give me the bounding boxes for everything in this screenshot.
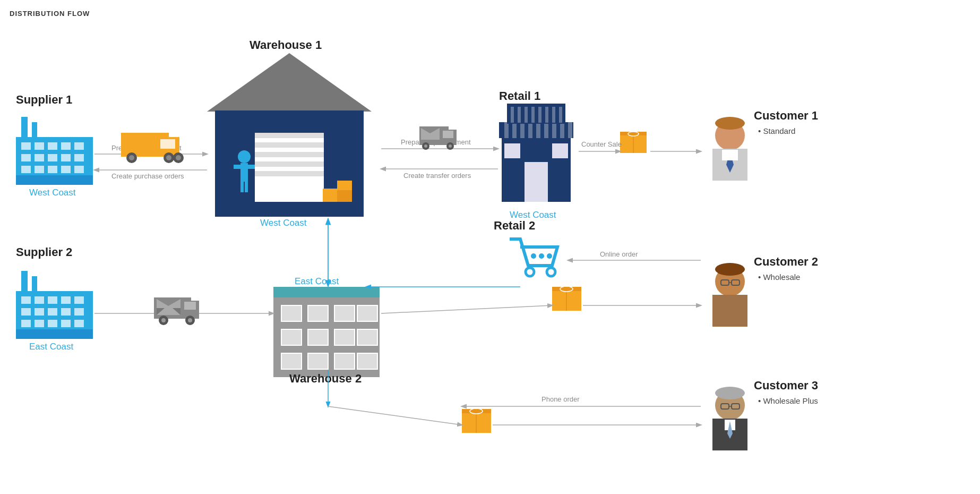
supplier2-sublabel: East Coast xyxy=(29,342,73,352)
svg-rect-149 xyxy=(712,295,747,327)
svg-rect-41 xyxy=(255,133,324,138)
svg-point-120 xyxy=(449,144,452,148)
svg-rect-50 xyxy=(240,182,244,192)
svg-point-63 xyxy=(176,155,181,160)
svg-rect-64 xyxy=(273,287,380,299)
svg-rect-31 xyxy=(74,308,84,316)
svg-point-118 xyxy=(424,144,427,148)
arrow-w2-c2 xyxy=(381,305,552,313)
svg-rect-13 xyxy=(21,166,31,173)
arrow-w2-c3 xyxy=(328,406,462,425)
supplier1-label: Supplier 1 xyxy=(16,93,72,106)
svg-point-86 xyxy=(161,318,166,322)
online-order-label: Online order xyxy=(600,250,638,258)
warehouse1-icon xyxy=(207,53,372,217)
create-purchase-orders-label: Create purchase orders xyxy=(111,172,184,180)
svg-rect-105 xyxy=(518,107,521,123)
svg-rect-28 xyxy=(35,308,44,316)
svg-rect-4 xyxy=(35,142,44,150)
svg-marker-38 xyxy=(207,53,372,112)
svg-rect-45 xyxy=(255,171,324,176)
svg-rect-76 xyxy=(334,353,355,369)
svg-rect-23 xyxy=(35,296,44,304)
svg-point-123 xyxy=(531,253,536,259)
svg-point-59 xyxy=(129,155,134,160)
svg-rect-44 xyxy=(255,161,324,167)
warehouse1-sublabel: West Coast xyxy=(260,218,307,228)
svg-rect-102 xyxy=(552,143,568,158)
svg-rect-71 xyxy=(308,329,328,345)
svg-rect-57 xyxy=(160,139,175,149)
customer2-sublabel: • Wholesale xyxy=(758,272,800,282)
svg-rect-107 xyxy=(531,107,535,123)
svg-rect-69 xyxy=(357,305,377,321)
svg-rect-90 xyxy=(504,122,509,138)
svg-rect-100 xyxy=(525,162,548,202)
svg-rect-17 xyxy=(74,166,84,173)
create-transfer-orders-label: Create transfer orders xyxy=(403,172,471,180)
svg-rect-30 xyxy=(61,308,71,316)
svg-rect-91 xyxy=(512,122,517,138)
svg-rect-33 xyxy=(35,320,44,327)
svg-rect-93 xyxy=(528,122,532,138)
svg-rect-94 xyxy=(536,122,540,138)
svg-rect-67 xyxy=(308,305,328,321)
svg-rect-109 xyxy=(545,107,548,123)
svg-rect-15 xyxy=(48,166,57,173)
svg-rect-1 xyxy=(32,122,37,138)
svg-rect-54 xyxy=(337,190,352,202)
svg-rect-110 xyxy=(552,107,555,123)
svg-point-125 xyxy=(547,253,552,259)
svg-rect-20 xyxy=(32,276,37,292)
svg-rect-51 xyxy=(245,182,248,192)
customer2-label: Customer 2 xyxy=(754,255,818,268)
svg-rect-35 xyxy=(61,320,71,327)
svg-rect-68 xyxy=(334,305,355,321)
supplier1-icon xyxy=(16,117,93,185)
retail1-icon xyxy=(499,104,573,202)
svg-point-121 xyxy=(526,268,534,276)
svg-rect-48 xyxy=(234,165,240,169)
svg-rect-98 xyxy=(568,122,572,138)
retail2-icon xyxy=(510,239,557,276)
customer1-avatar xyxy=(712,117,747,181)
svg-rect-19 xyxy=(21,271,28,292)
svg-rect-97 xyxy=(560,122,564,138)
svg-point-124 xyxy=(539,253,544,259)
svg-rect-114 xyxy=(443,131,453,138)
svg-rect-66 xyxy=(281,305,302,321)
customer3-sublabel: • Wholesale Plus xyxy=(758,396,818,405)
svg-rect-12 xyxy=(74,154,84,161)
customer3-avatar xyxy=(712,387,747,450)
svg-rect-142 xyxy=(722,150,730,160)
svg-rect-3 xyxy=(21,142,31,150)
supplier2-icon xyxy=(16,271,93,339)
svg-rect-25 xyxy=(61,296,71,304)
customer1-sublabel: • Standard xyxy=(758,126,795,135)
svg-rect-108 xyxy=(538,107,541,123)
svg-rect-8 xyxy=(21,154,31,161)
svg-rect-111 xyxy=(559,107,562,123)
svg-rect-22 xyxy=(21,296,31,304)
warehouse1-label: Warehouse 1 xyxy=(250,38,322,52)
svg-rect-32 xyxy=(21,320,31,327)
svg-rect-42 xyxy=(255,142,324,148)
svg-rect-7 xyxy=(74,142,84,150)
svg-point-122 xyxy=(547,268,555,276)
svg-rect-103 xyxy=(507,104,565,124)
svg-rect-143 xyxy=(730,150,738,160)
package2-icon xyxy=(462,408,491,433)
warehouse2-icon xyxy=(273,287,380,377)
svg-rect-72 xyxy=(334,329,355,345)
svg-rect-106 xyxy=(525,107,528,123)
svg-rect-104 xyxy=(511,107,514,123)
warehouse2-label: Warehouse 2 xyxy=(289,372,362,385)
customer3-label: Customer 3 xyxy=(754,379,818,392)
svg-point-46 xyxy=(238,150,251,163)
svg-rect-70 xyxy=(281,329,302,345)
truck2-icon xyxy=(154,297,199,325)
svg-rect-53 xyxy=(323,189,338,202)
svg-rect-49 xyxy=(248,165,255,169)
svg-rect-11 xyxy=(61,154,71,161)
svg-rect-14 xyxy=(35,166,44,173)
